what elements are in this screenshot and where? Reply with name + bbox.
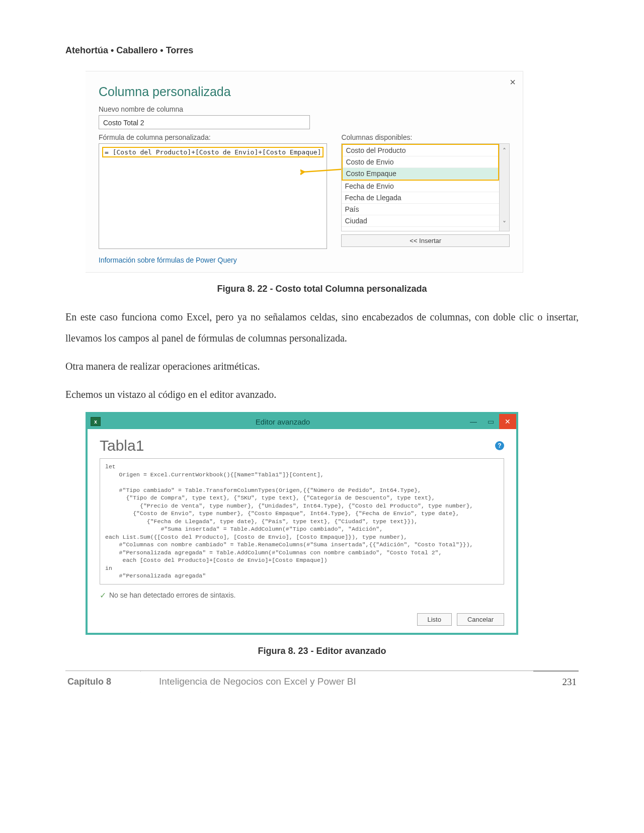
syntax-status: ✓ No se han detectado errores de sintaxi… bbox=[100, 591, 504, 600]
formula-label: Fórmula de columna personalizada: bbox=[99, 133, 327, 141]
page-footer: Capítulo 8 Inteligencia de Negocios con … bbox=[65, 671, 579, 693]
maximize-button[interactable]: ▭ bbox=[482, 414, 499, 429]
book-title: Inteligencia de Negocios con Excel y Pow… bbox=[141, 676, 533, 687]
dialog-title: Columna personalizada bbox=[99, 85, 510, 99]
new-column-value: Costo Total 2 bbox=[103, 119, 144, 127]
body-paragraph: Echemos un vistazo al código en el edito… bbox=[65, 384, 579, 405]
cancel-button[interactable]: Cancelar bbox=[457, 613, 504, 626]
available-columns-label: Columnas disponibles: bbox=[341, 133, 510, 141]
code-editor[interactable]: let Origen = Excel.CurrentWorkbook(){[Na… bbox=[100, 458, 504, 585]
advanced-editor-dialog: x Editor avanzado — ▭ ✕ ? Tabla1 let Ori… bbox=[86, 412, 518, 635]
power-query-info-link[interactable]: Información sobre fórmulas de Power Quer… bbox=[99, 256, 510, 264]
scrollbar[interactable]: ˄ ˅ bbox=[499, 144, 509, 231]
figure-caption-2: Figura 8. 23 - Editor avanzado bbox=[65, 646, 579, 656]
list-item[interactable]: Costo de Envio bbox=[343, 156, 498, 168]
figure-caption-1: Figura 8. 22 - Costo total Columna perso… bbox=[65, 284, 579, 294]
query-name: Tabla1 bbox=[100, 437, 504, 454]
done-button[interactable]: Listo bbox=[417, 613, 452, 626]
formula-text: = [Costo del Producto]+[Costo de Envio]+… bbox=[102, 147, 324, 157]
close-button[interactable]: ✕ bbox=[499, 414, 516, 429]
close-icon[interactable]: × bbox=[510, 76, 516, 88]
authors-line: Atehortúa • Caballero • Torres bbox=[65, 45, 579, 56]
page-number: 231 bbox=[533, 671, 579, 693]
list-item[interactable]: País bbox=[342, 204, 499, 215]
available-columns-list[interactable]: Costo del Producto Costo de Envio Costo … bbox=[341, 143, 510, 231]
body-paragraph: Otra manera de realizar operaciones arit… bbox=[65, 356, 579, 377]
chevron-up-icon[interactable]: ˄ bbox=[503, 147, 506, 155]
body-paragraph: En este caso funciona como Excel, pero y… bbox=[65, 306, 579, 349]
formula-input[interactable]: = [Costo del Producto]+[Costo de Envio]+… bbox=[99, 143, 327, 249]
list-item[interactable]: Costo del Producto bbox=[343, 145, 498, 156]
minimize-button[interactable]: — bbox=[465, 414, 482, 429]
help-icon[interactable]: ? bbox=[495, 441, 504, 450]
list-item[interactable]: Fecha de Llegada bbox=[342, 192, 499, 204]
window-title: Editor avanzado bbox=[101, 418, 465, 426]
check-icon: ✓ bbox=[100, 591, 106, 600]
list-item[interactable]: Ciudad bbox=[342, 215, 499, 227]
list-item[interactable]: Costo Empaque bbox=[343, 168, 498, 180]
window-titlebar: x Editor avanzado — ▭ ✕ bbox=[88, 414, 516, 429]
insert-button[interactable]: << Insertar bbox=[341, 234, 510, 247]
new-column-input[interactable]: Costo Total 2 bbox=[99, 115, 310, 129]
new-column-label: Nuevo nombre de columna bbox=[99, 105, 510, 113]
chapter-label: Capítulo 8 bbox=[65, 671, 141, 693]
list-item[interactable]: Fecha de Envio bbox=[342, 181, 499, 192]
excel-icon: x bbox=[91, 417, 101, 426]
syntax-status-text: No se han detectado errores de sintaxis. bbox=[109, 591, 235, 599]
custom-column-dialog: × Columna personalizada Nuevo nombre de … bbox=[86, 71, 523, 273]
chevron-down-icon[interactable]: ˅ bbox=[503, 220, 506, 228]
